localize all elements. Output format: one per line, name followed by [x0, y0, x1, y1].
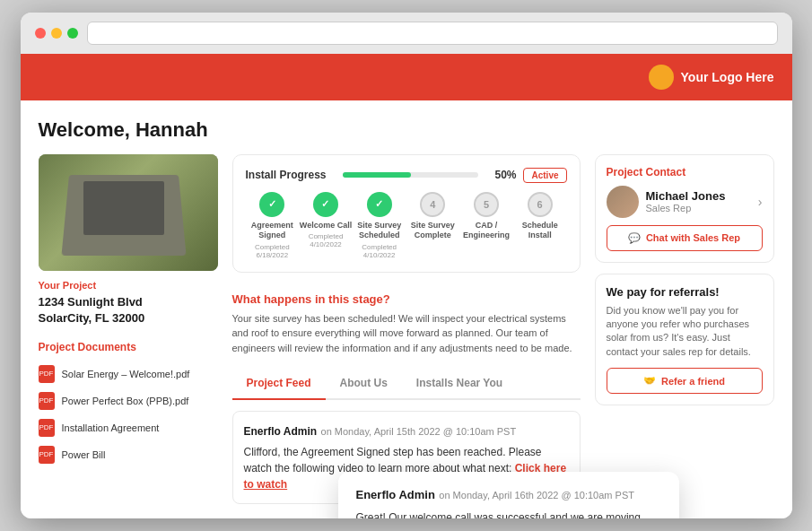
step-5: 5 CAD /Engineering: [459, 192, 513, 241]
docs-title: Project Documents: [39, 341, 218, 353]
step-circle-6: 6: [528, 192, 553, 217]
step-2: ✓ Welcome Call Completed 4/10/2022: [299, 192, 353, 249]
roof-dark: [83, 181, 164, 235]
progress-label: Install Progress: [246, 169, 327, 181]
step-label-5: CAD /Engineering: [463, 221, 510, 241]
step-label-4: Site SurveyComplete: [411, 221, 455, 241]
step-date-1: Completed 6/18/2022: [246, 243, 300, 259]
refer-icon: 🤝: [643, 375, 656, 387]
floating-meta: on Monday, April 16th 2022 @ 10:10am PST: [439, 490, 634, 501]
step-1: ✓ AgreementSigned Completed 6/18/2022: [246, 192, 300, 259]
step-6: 6 ScheduleInstall: [513, 192, 567, 241]
property-image: [39, 154, 218, 271]
logo-area: Your Logo Here: [649, 65, 774, 90]
contact-info: Michael Jones Sales Rep: [607, 186, 726, 218]
step-circle-3: ✓: [367, 192, 392, 217]
step-date-3: Completed 4/10/2022: [353, 243, 406, 259]
progress-percent: 50%: [494, 169, 516, 181]
doc-item-4[interactable]: PDF Power Bill: [39, 441, 218, 468]
step-date-2: Completed 4/10/2022: [299, 232, 353, 248]
tab-project-feed[interactable]: Project Feed: [232, 368, 326, 400]
progress-card: Install Progress 50% Active ✓ AgreementS…: [232, 154, 581, 273]
step-circle-1: ✓: [259, 192, 284, 217]
contact-details: Michael Jones Sales Rep: [646, 189, 726, 213]
chat-button[interactable]: 💬 Chat with Sales Rep: [607, 225, 763, 251]
floating-card: Enerflo Admin on Monday, April 16th 2022…: [338, 472, 679, 518]
referral-title: We pay for referrals!: [607, 285, 763, 299]
doc-name-3: Installation Agreement: [62, 422, 160, 433]
doc-item-1[interactable]: PDF Solar Energy – Welcome!.pdf: [39, 361, 218, 387]
contact-row: Michael Jones Sales Rep ›: [607, 186, 763, 218]
dot-yellow: [51, 28, 62, 39]
contact-card: Project Contact Michael Jones Sales Rep …: [595, 154, 774, 263]
contact-role: Sales Rep: [646, 203, 726, 213]
pdf-icon-1: PDF: [39, 365, 55, 383]
doc-item-3[interactable]: PDF Installation Agreement: [39, 414, 218, 441]
doc-item-2[interactable]: PDF Power Perfect Box (PPB).pdf: [39, 387, 218, 414]
step-label-1: AgreementSigned: [251, 221, 293, 241]
referral-text: Did you know we'll pay you for anyone yo…: [607, 304, 763, 360]
logo-label: Your Logo Here: [681, 70, 774, 84]
property-img-inner: [39, 154, 218, 271]
dot-red: [35, 28, 46, 39]
address-bar[interactable]: [87, 22, 778, 45]
refer-btn-label: Refer a friend: [661, 376, 725, 387]
docs-section: Project Documents PDF Solar Energy – Wel…: [39, 341, 218, 468]
step-label-6: ScheduleInstall: [522, 221, 558, 241]
progress-bar-container: [343, 172, 479, 178]
chat-btn-label: Chat with Sales Rep: [646, 232, 740, 243]
middle-column: Install Progress 50% Active ✓ AgreementS…: [232, 154, 581, 505]
address-line2: SolarCity, FL 32000: [39, 311, 145, 325]
pdf-icon-2: PDF: [39, 392, 55, 410]
steps-row: ✓ AgreementSigned Completed 6/18/2022 ✓ …: [246, 192, 567, 259]
feed-author-1: Enerflo Admin: [244, 425, 318, 438]
floating-header: Enerflo Admin on Monday, April 16th 2022…: [356, 486, 661, 502]
what-happens-section: What happens in this stage? Your site su…: [232, 283, 581, 365]
referral-card: We pay for referrals! Did you know we'll…: [595, 274, 774, 406]
doc-name-4: Power Bill: [62, 449, 106, 460]
contact-name: Michael Jones: [646, 189, 726, 203]
app-body: Welcome, Hannah Your Project 1234 Sunlig…: [21, 100, 792, 519]
pdf-icon-4: PDF: [39, 446, 55, 464]
logo-circle: [649, 65, 674, 90]
app-header: Your Logo Here: [21, 54, 792, 100]
step-circle-5: 5: [474, 192, 499, 217]
progress-top-row: Install Progress 50% Active: [246, 168, 567, 183]
doc-name-1: Solar Energy – Welcome!.pdf: [62, 369, 190, 379]
progress-bar-fill: [343, 172, 411, 178]
tab-about-us[interactable]: About Us: [326, 368, 402, 400]
active-badge: Active: [523, 168, 566, 183]
tabs-row: Project Feed About Us Installs Near You: [232, 368, 581, 400]
dot-green: [67, 28, 78, 39]
chevron-right-icon[interactable]: ›: [758, 195, 763, 209]
what-happens-text: Your site survey has been scheduled! We …: [232, 311, 581, 356]
floating-text: Great! Our welcome call was successful a…: [356, 509, 661, 518]
tab-installs-near-you[interactable]: Installs Near You: [402, 368, 517, 400]
feed-header-1: Enerflo Admin on Monday, April 15th 2022…: [244, 422, 569, 439]
browser-bar: [21, 13, 792, 54]
welcome-title: Welcome, Hannah: [39, 118, 774, 142]
address-line1: 1234 Sunlight Blvd: [39, 295, 143, 309]
step-label-3: Site SurveyScheduled: [357, 221, 401, 241]
step-label-2: Welcome Call: [300, 221, 352, 231]
main-grid: Your Project 1234 Sunlight Blvd SolarCit…: [39, 154, 774, 505]
chat-icon: 💬: [628, 232, 641, 244]
left-column: Your Project 1234 Sunlight Blvd SolarCit…: [39, 154, 218, 505]
feed-meta-1: on Monday, April 15th 2022 @ 10:10am PST: [321, 426, 517, 437]
contact-section-title: Project Contact: [607, 166, 763, 178]
floating-author: Enerflo Admin: [356, 488, 435, 501]
right-column: Project Contact Michael Jones Sales Rep …: [595, 154, 774, 505]
browser-dots: [35, 28, 78, 39]
step-4: 4 Site SurveyComplete: [406, 192, 460, 241]
what-happens-title: What happens in this stage?: [232, 292, 581, 306]
avatar: [607, 186, 639, 218]
step-circle-4: 4: [420, 192, 445, 217]
doc-name-2: Power Perfect Box (PPB).pdf: [62, 396, 189, 406]
project-label: Your Project: [39, 280, 218, 291]
refer-button[interactable]: 🤝 Refer a friend: [607, 368, 763, 394]
step-3: ✓ Site SurveyScheduled Completed 4/10/20…: [353, 192, 406, 259]
step-circle-2: ✓: [313, 192, 338, 217]
pdf-icon-3: PDF: [39, 419, 55, 437]
project-address: 1234 Sunlight Blvd SolarCity, FL 32000: [39, 294, 218, 326]
